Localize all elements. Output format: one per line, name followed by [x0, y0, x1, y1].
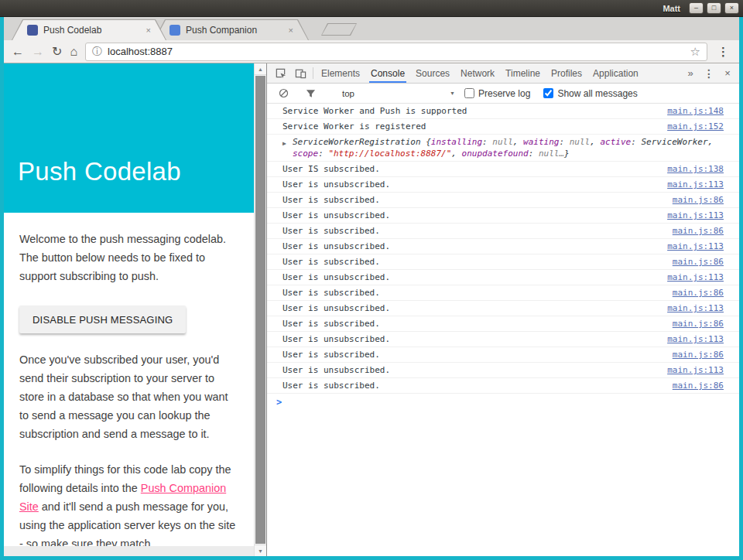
close-button[interactable]: × — [724, 2, 739, 14]
preserve-log-checkbox[interactable]: Preserve log — [464, 88, 530, 99]
console-message-row: User is subscribed.main.js:86 — [267, 378, 739, 394]
titlebar-user-label: Matt — [663, 4, 680, 13]
tab-favicon — [27, 25, 38, 36]
show-all-messages-checkbox[interactable]: Show all messages — [543, 88, 637, 99]
omnibox[interactable]: ⓘ localhost:8887 ☆ — [85, 43, 707, 61]
console-source-link[interactable]: main.js:148 — [667, 105, 724, 117]
browser-tab-push-codelab[interactable]: Push Codelab × — [12, 19, 166, 40]
site-info-icon[interactable]: ⓘ — [92, 45, 102, 59]
new-tab-button[interactable] — [321, 23, 357, 36]
chevron-down-icon: ▼ — [450, 90, 455, 96]
console-message-text: ▶ServiceWorkerRegistration {installing: … — [282, 136, 724, 159]
devtools-tab-profiles[interactable]: Profiles — [546, 63, 587, 83]
console-source-link[interactable]: main.js:113 — [667, 364, 724, 376]
maximize-button[interactable]: □ — [707, 2, 721, 14]
console-message-row: Service Worker and Push is supportedmain… — [267, 104, 739, 119]
preserve-log-checkbox-input[interactable] — [464, 88, 474, 98]
codelab-page: Push Codelab Welcome to the push messagi… — [4, 63, 267, 556]
console-message-text: User is subscribed. — [282, 256, 662, 268]
inspect-element-icon[interactable] — [270, 63, 290, 83]
console-message-text: User is subscribed. — [282, 349, 662, 360]
console-prompt[interactable]: > — [267, 394, 739, 411]
console-message-text: User is unsubscribed. — [282, 333, 656, 345]
browser-window: Matt – □ × Push Codelab × Push Companio — [0, 0, 743, 560]
context-value: top — [342, 89, 354, 98]
console-messages: Service Worker and Push is supportedmain… — [267, 104, 739, 394]
scrollbar-thumb[interactable] — [255, 76, 265, 544]
console-source-link[interactable]: main.js:113 — [667, 333, 724, 345]
tab-title: Push Codelab — [43, 25, 141, 36]
devtools-tab-timeline[interactable]: Timeline — [500, 63, 546, 83]
devtools-tab-elements[interactable]: Elements — [316, 63, 365, 83]
console-source-link[interactable]: main.js:86 — [673, 256, 724, 268]
devtools-tab-application[interactable]: Application — [587, 63, 644, 83]
show-all-messages-checkbox-input[interactable] — [543, 88, 553, 98]
tab-favicon — [169, 25, 180, 36]
back-button[interactable]: ← — [12, 46, 24, 58]
intro-paragraph: Welcome to the push messaging codelab. T… — [19, 230, 238, 285]
scrollbar-up-arrow-icon[interactable]: ▲ — [255, 63, 266, 75]
browser-tab-push-companion[interactable]: Push Companion × — [154, 19, 309, 40]
companion-paragraph: To simplify things for this code lab cop… — [19, 460, 238, 553]
console-message-row: User is subscribed.main.js:86 — [267, 224, 739, 239]
home-button[interactable]: ⌂ — [70, 46, 77, 58]
console-source-link[interactable]: main.js:86 — [673, 194, 724, 206]
console-source-link[interactable]: main.js:86 — [673, 287, 724, 299]
console-message-text: User is subscribed. — [282, 194, 662, 206]
console-source-link[interactable]: main.js:113 — [667, 210, 724, 221]
console-message-text: User is subscribed. — [282, 318, 662, 330]
console-source-link[interactable]: main.js:138 — [667, 163, 724, 175]
console-message-text: User is subscribed. — [282, 380, 662, 391]
devtools-menu-icon[interactable]: ⋮ — [700, 67, 718, 80]
disable-push-button[interactable]: DISABLE PUSH MESSAGING — [19, 306, 186, 333]
console-message-row: User is unsubscribed.main.js:113 — [267, 270, 739, 285]
console-message-text: User IS subscribed. — [282, 163, 656, 175]
devtools-close-icon[interactable]: × — [718, 67, 737, 79]
expand-triangle-icon[interactable]: ▶ — [282, 138, 286, 149]
console-message-text: User is unsubscribed. — [282, 302, 656, 314]
browser-menu-button[interactable]: ⋮ — [715, 45, 731, 59]
url-text[interactable]: localhost:8887 — [108, 46, 684, 57]
console-message-row: User is subscribed.main.js:86 — [267, 347, 739, 363]
scrollbar-down-arrow-icon[interactable]: ▼ — [255, 545, 266, 556]
console-message-row: User is unsubscribed.main.js:113 — [267, 301, 739, 316]
tab-close-icon[interactable]: × — [289, 26, 293, 35]
console-source-link[interactable]: main.js:86 — [673, 225, 724, 237]
console-message-row: User is subscribed.main.js:86 — [267, 285, 739, 301]
page-scrollbar[interactable]: ▲ ▼ — [254, 63, 266, 556]
console-source-link[interactable]: main.js:86 — [673, 380, 724, 391]
filter-icon[interactable] — [300, 89, 320, 98]
console-message-text: User is unsubscribed. — [282, 210, 656, 221]
code-block-top — [4, 546, 254, 556]
console-source-link[interactable]: main.js:113 — [667, 302, 724, 314]
browser-toolbar: ← → ↻ ⌂ ⓘ localhost:8887 ☆ ⋮ — [4, 40, 739, 63]
console-source-link[interactable]: main.js:86 — [673, 318, 724, 330]
console-source-link[interactable]: main.js:113 — [667, 271, 724, 283]
bookmark-star-icon[interactable]: ☆ — [690, 45, 700, 59]
clear-console-icon[interactable] — [273, 88, 293, 98]
console-source-link[interactable]: main.js:113 — [667, 179, 724, 190]
console-message-row: User is subscribed.main.js:86 — [267, 316, 739, 332]
console-source-link[interactable]: main.js:86 — [673, 349, 724, 360]
content-area: Push Codelab Welcome to the push messagi… — [4, 63, 739, 556]
console-message-row: User is unsubscribed.main.js:113 — [267, 208, 739, 224]
devtools-tab-bar: Elements Console Sources Network Timelin… — [267, 63, 739, 84]
show-all-messages-label: Show all messages — [557, 88, 637, 99]
console-message-row: User is unsubscribed.main.js:113 — [267, 363, 739, 378]
console-message-text: Service Worker and Push is supported — [282, 105, 656, 117]
console-source-link[interactable]: main.js:113 — [667, 241, 724, 252]
overflow-chevron-icon[interactable]: » — [681, 67, 700, 79]
reload-button[interactable]: ↻ — [52, 46, 62, 58]
tab-close-icon[interactable]: × — [146, 26, 151, 35]
execution-context-selector[interactable]: top ▼ — [340, 89, 457, 98]
window-titlebar: Matt – □ × — [0, 0, 743, 17]
devtools-tab-network[interactable]: Network — [455, 63, 500, 83]
console-source-link[interactable]: main.js:152 — [667, 121, 724, 132]
devtools-tab-console[interactable]: Console — [365, 63, 410, 83]
device-toolbar-icon[interactable] — [290, 63, 310, 83]
console-message-row: User is unsubscribed.main.js:113 — [267, 239, 739, 254]
devtools-tab-sources[interactable]: Sources — [410, 63, 455, 83]
console-message-row: User is unsubscribed.main.js:113 — [267, 332, 739, 347]
forward-button[interactable]: → — [32, 46, 44, 58]
minimize-button[interactable]: – — [689, 2, 704, 14]
